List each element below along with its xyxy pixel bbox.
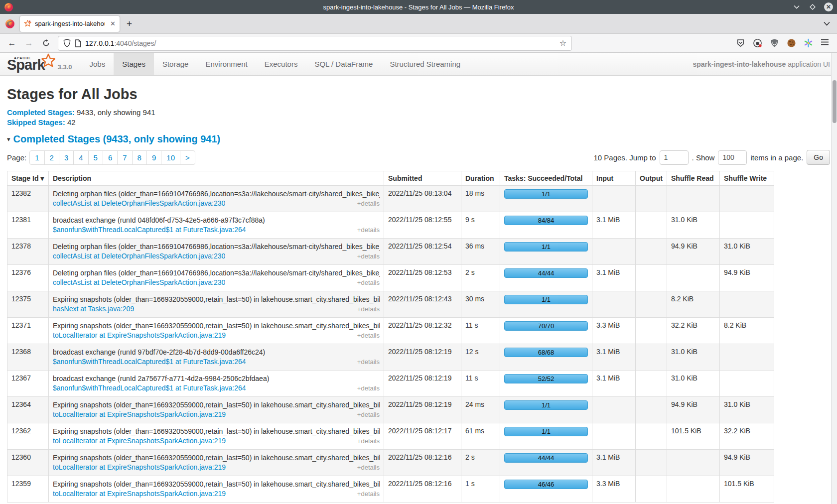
nav-item-storage[interactable]: Storage — [154, 53, 197, 75]
ublock-shield-icon[interactable] — [770, 38, 779, 48]
details-toggle[interactable]: +details — [357, 383, 380, 393]
tasks-progress-bar: 70/70 — [504, 321, 588, 331]
column-header-submitted[interactable]: Submitted — [384, 171, 461, 186]
column-header-description[interactable]: Description — [49, 171, 384, 186]
diamond-restore-icon[interactable] — [808, 2, 817, 11]
column-header-input[interactable]: Input — [592, 171, 636, 186]
firefox-app-icon[interactable] — [5, 19, 15, 29]
details-toggle[interactable]: +details — [357, 199, 380, 208]
details-toggle[interactable]: +details — [357, 489, 380, 499]
nav-item-environment[interactable]: Environment — [197, 53, 256, 75]
input-cell — [592, 423, 636, 450]
column-header-output[interactable]: Output — [636, 171, 667, 186]
details-toggle[interactable]: +details — [357, 410, 380, 419]
url-bar[interactable]: 127.0.0.1:4040/stages/ ☆ — [58, 36, 572, 51]
stage-id-cell: 12375 — [7, 291, 49, 318]
details-toggle[interactable]: +details — [357, 463, 380, 472]
details-toggle[interactable]: +details — [357, 331, 380, 340]
stage-description: broadcast exchange (runId 2a75677f-a771-… — [53, 374, 380, 383]
next-page-button[interactable]: > — [180, 150, 195, 165]
shuffle-write-cell: 8.2 KiB — [720, 318, 774, 344]
page-icon[interactable] — [75, 39, 81, 47]
column-header-stage-id[interactable]: Stage Id ▾ — [7, 171, 49, 186]
forward-icon[interactable]: → — [22, 36, 36, 50]
cookie-icon[interactable] — [787, 38, 796, 48]
page-button-9[interactable]: 9 — [146, 150, 161, 165]
stage-detail-link[interactable]: collectAsList at DeleteOrphanFilesSparkA… — [53, 252, 225, 261]
column-header-shuffle-write[interactable]: Shuffle Write — [720, 171, 774, 186]
page-button-6[interactable]: 6 — [103, 150, 118, 165]
duration-cell: 61 ms — [461, 423, 500, 450]
stage-detail-link[interactable]: $anonfun$withThreadLocalCaptured$1 at Fu… — [53, 383, 246, 393]
output-cell — [636, 265, 667, 291]
nav-item-structured-streaming[interactable]: Structured Streaming — [381, 53, 469, 75]
stage-detail-link[interactable]: collectAsList at DeleteOrphanFilesSparkA… — [53, 278, 225, 287]
details-toggle[interactable]: +details — [357, 304, 380, 314]
stage-detail-link[interactable]: toLocalIterator at ExpireSnapshotsSparkA… — [53, 331, 226, 340]
bookmark-star-icon[interactable]: ☆ — [559, 38, 566, 48]
shield-icon[interactable] — [63, 39, 71, 47]
stage-detail-link[interactable]: collectAsList at DeleteOrphanFilesSparkA… — [53, 199, 225, 208]
section-title[interactable]: Completed Stages (9433, only showing 941… — [13, 133, 221, 145]
menu-icon[interactable] — [821, 38, 830, 48]
stage-detail-link[interactable]: toLocalIterator at ExpireSnapshotsSparkA… — [53, 489, 226, 499]
container-mask-icon[interactable] — [753, 38, 762, 48]
details-toggle[interactable]: +details — [357, 357, 380, 367]
column-header-tasks-succeeded-total[interactable]: Tasks: Succeeded/Total — [500, 171, 592, 186]
shuffle-write-cell — [720, 344, 774, 371]
page-button-1[interactable]: 1 — [29, 150, 44, 165]
extensions-asterisk-icon[interactable] — [804, 38, 813, 48]
output-cell — [636, 186, 667, 212]
stage-id-cell: 12362 — [7, 423, 49, 450]
stage-description: broadcast exchange (runId 048fd06f-d753-… — [53, 216, 380, 225]
items-per-page-input[interactable] — [718, 150, 747, 165]
back-icon[interactable]: ← — [5, 36, 19, 50]
spark-star-icon — [41, 53, 56, 68]
go-button[interactable]: Go — [807, 150, 830, 165]
stage-detail-link[interactable]: toLocalIterator at ExpireSnapshotsSparkA… — [53, 436, 226, 446]
stage-detail-link[interactable]: hasNext at Tasks.java:209 — [53, 304, 134, 314]
stage-detail-link[interactable]: $anonfun$withThreadLocalCaptured$1 at Fu… — [53, 225, 246, 235]
submitted-cell: 2022/11/25 08:13:04 — [384, 186, 461, 212]
nav-item-stages[interactable]: Stages — [114, 53, 154, 75]
pocket-shield-icon[interactable] — [736, 38, 745, 48]
new-tab-button[interactable]: + — [127, 18, 132, 29]
browser-tab[interactable]: spark-ingest-into-lakehous ✕ — [20, 16, 120, 32]
vertical-scrollbar[interactable] — [831, 53, 837, 504]
page-button-8[interactable]: 8 — [132, 150, 147, 165]
completed-stages-section-header[interactable]: ▾ Completed Stages (9433, only showing 9… — [7, 133, 830, 145]
jump-to-page-input[interactable] — [660, 150, 689, 165]
collapse-arrow-icon: ▾ — [7, 135, 10, 143]
details-toggle[interactable]: +details — [357, 278, 380, 287]
tasks-progress-bar: 52/52 — [504, 374, 588, 383]
stage-detail-link[interactable]: toLocalIterator at ExpireSnapshotsSparkA… — [53, 410, 226, 419]
details-toggle[interactable]: +details — [357, 225, 380, 235]
page-button-3[interactable]: 3 — [59, 150, 74, 165]
details-toggle[interactable]: +details — [357, 252, 380, 261]
stage-description: Expiring snapshots (older_than=166932055… — [53, 321, 380, 331]
page-button-4[interactable]: 4 — [73, 150, 88, 165]
spark-logo[interactable]: APACHE Spark 3.3.0 — [7, 53, 81, 75]
scrollbar-thumb[interactable] — [833, 80, 837, 123]
nav-item-jobs[interactable]: Jobs — [81, 53, 114, 75]
reload-icon[interactable] — [39, 36, 53, 50]
stage-detail-link[interactable]: toLocalIterator at ExpireSnapshotsSparkA… — [53, 463, 226, 472]
chevron-down-icon[interactable] — [792, 2, 801, 11]
page-button-5[interactable]: 5 — [88, 150, 103, 165]
tasks-progress-bar: 44/44 — [504, 268, 588, 278]
stage-detail-link[interactable]: $anonfun$withThreadLocalCaptured$1 at Fu… — [53, 357, 246, 367]
page-button-2[interactable]: 2 — [44, 150, 59, 165]
skipped-stages-link[interactable]: Skipped Stages: — [7, 118, 65, 126]
list-tabs-chevron-icon[interactable] — [824, 21, 830, 26]
completed-stages-link[interactable]: Completed Stages: — [7, 108, 75, 117]
duration-cell: 9 s — [461, 212, 500, 239]
column-header-duration[interactable]: Duration — [461, 171, 500, 186]
close-icon[interactable]: ✕ — [824, 2, 833, 11]
page-button-10[interactable]: 10 — [161, 150, 180, 165]
tab-close-icon[interactable]: ✕ — [110, 20, 116, 27]
nav-item-executors[interactable]: Executors — [256, 53, 306, 75]
page-button-7[interactable]: 7 — [117, 150, 132, 165]
column-header-shuffle-read[interactable]: Shuffle Read — [667, 171, 720, 186]
details-toggle[interactable]: +details — [357, 436, 380, 446]
nav-item-sql-dataframe[interactable]: SQL / DataFrame — [306, 53, 381, 75]
